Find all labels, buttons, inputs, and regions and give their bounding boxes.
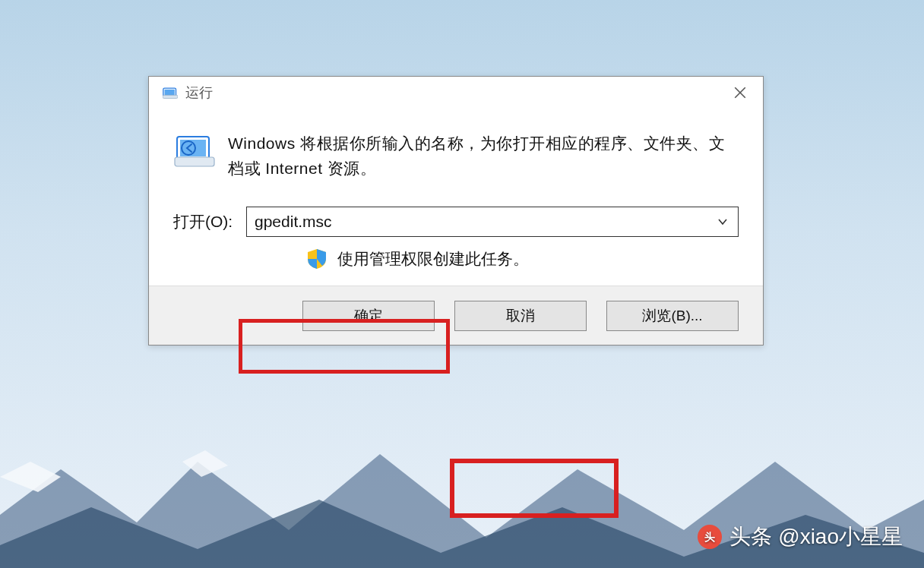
svg-rect-11 bbox=[175, 157, 214, 166]
watermark-text: 头条 @xiao小星星 bbox=[729, 522, 903, 551]
admin-note-text: 使用管理权限创建此任务。 bbox=[337, 248, 529, 270]
cancel-button[interactable]: 取消 bbox=[454, 301, 587, 331]
command-input[interactable] bbox=[246, 207, 739, 237]
description-row: Windows 将根据你所输入的名称，为你打开相应的程序、文件夹、文档或 Int… bbox=[173, 131, 739, 181]
run-icon-small bbox=[163, 86, 178, 99]
dialog-title: 运行 bbox=[185, 84, 213, 102]
command-combo-wrapper bbox=[246, 207, 739, 237]
close-button[interactable] bbox=[731, 84, 749, 102]
open-label: 打开(O): bbox=[173, 211, 237, 232]
browse-button[interactable]: 浏览(B)... bbox=[606, 301, 739, 331]
svg-text:头: 头 bbox=[704, 531, 715, 543]
run-dialog: 运行 Windows 将根据你所输入的名称，为你打开相应的程序、文件夹、文档或 … bbox=[148, 76, 764, 346]
shield-icon bbox=[305, 248, 328, 270]
run-icon-large bbox=[173, 133, 216, 169]
svg-rect-5 bbox=[165, 90, 175, 96]
dialog-titlebar: 运行 bbox=[149, 77, 763, 109]
ok-button[interactable]: 确定 bbox=[302, 301, 435, 331]
open-row: 打开(O): bbox=[173, 207, 739, 237]
dialog-footer: 确定 取消 浏览(B)... bbox=[149, 286, 763, 345]
dialog-body: Windows 将根据你所输入的名称，为你打开相应的程序、文件夹、文档或 Int… bbox=[149, 109, 763, 286]
admin-note-row: 使用管理权限创建此任务。 bbox=[173, 248, 739, 270]
svg-rect-6 bbox=[163, 95, 178, 98]
watermark: 头 头条 @xiao小星星 bbox=[698, 522, 903, 551]
watermark-logo-icon: 头 bbox=[698, 525, 722, 549]
dialog-title-group: 运行 bbox=[163, 84, 213, 102]
dialog-description: Windows 将根据你所输入的名称，为你打开相应的程序、文件夹、文档或 Int… bbox=[228, 131, 739, 181]
